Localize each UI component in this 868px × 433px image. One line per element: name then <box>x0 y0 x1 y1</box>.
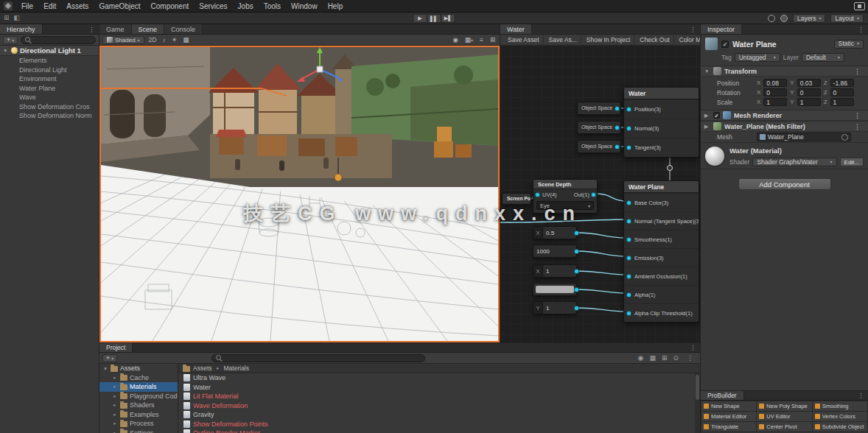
foldout-icon[interactable]: ▸ <box>112 402 118 408</box>
float-node[interactable]: Y 1 <box>533 301 577 314</box>
shading-mode-dropdown[interactable]: Shaded▾ <box>102 36 144 44</box>
object-space-node[interactable]: Object Space <box>577 140 621 153</box>
screen-position-node[interactable]: Screen Position <box>502 193 531 205</box>
project-file[interactable]: Outline Render Marker <box>178 429 700 433</box>
tag-dropdown[interactable]: Untagged▾ <box>735 53 780 62</box>
z-field[interactable]: 0 <box>830 88 854 96</box>
scrollbar[interactable] <box>695 373 700 433</box>
project-file[interactable]: Show Deformation Points <box>178 420 700 429</box>
play-button[interactable]: ▶ <box>413 14 427 23</box>
create-asset-button[interactable]: +▾ <box>102 354 117 362</box>
hidden-count-icon[interactable]: ⊙ <box>671 354 680 362</box>
lighting-toggle-icon[interactable]: ☀ <box>170 36 179 43</box>
project-file[interactable]: Water <box>178 383 700 392</box>
hidden-objects-icon[interactable]: ◉ <box>451 36 459 43</box>
hierarchy-item[interactable]: Elements <box>0 56 99 66</box>
graph-toolbar-item[interactable]: Save As... <box>545 35 581 46</box>
probuilder-button[interactable]: Subdivide Object <box>813 422 867 432</box>
probuilder-button[interactable]: New Poly Shape <box>757 401 811 411</box>
float-node[interactable]: X 1 <box>533 264 577 278</box>
project-folder[interactable]: ▸ Cache <box>99 373 178 383</box>
project-file[interactable]: Lit Flat Material <box>178 392 700 401</box>
z-field[interactable]: 1 <box>830 98 854 106</box>
foldout-icon[interactable]: ▼ <box>102 366 108 371</box>
probuilder-button[interactable]: New Shape <box>701 401 756 411</box>
menu-item[interactable]: Services <box>194 0 232 13</box>
component-checkbox[interactable]: ✓ <box>713 112 720 119</box>
scrollbar-thumb[interactable] <box>696 375 699 400</box>
add-component-button[interactable]: Add Component <box>738 178 831 190</box>
project-root-folder[interactable]: ▼ Assets <box>99 364 178 373</box>
node-input-port[interactable]: Alpha Clip Threshold(1) <box>624 303 699 322</box>
static-dropdown[interactable]: Static▾ <box>834 40 864 49</box>
tab-probuilder[interactable]: ProBuilder <box>701 391 744 400</box>
project-folder[interactable]: ▸ Settings <box>99 429 178 433</box>
hierarchy-search-input[interactable] <box>34 36 91 43</box>
foldout-icon[interactable]: ▸ <box>112 420 118 426</box>
project-file[interactable]: Ultra Wave <box>178 373 700 383</box>
layers-dropdown[interactable]: Layers▾ <box>793 14 826 23</box>
favorites-icon[interactable]: ◉ <box>637 354 645 362</box>
x-field[interactable]: 1 <box>763 98 787 106</box>
color-node[interactable] <box>533 283 577 296</box>
menu-item[interactable]: Component <box>146 0 195 13</box>
node-input-port[interactable]: Smoothness(1) <box>624 230 699 248</box>
project-folder[interactable]: ▸ Shaders <box>99 401 178 410</box>
view-tab[interactable]: Game <box>99 24 132 34</box>
node-input-port[interactable]: Position(3) <box>624 99 699 119</box>
view-split-icon[interactable]: ◧ <box>14 14 21 21</box>
y-field[interactable]: 1 <box>797 98 821 106</box>
foldout-icon[interactable]: ▸ <box>112 430 118 433</box>
graph-canvas[interactable]: Object SpaceObject SpaceObject Space Wat… <box>500 46 701 342</box>
hierarchy-item[interactable]: Directional Light <box>0 66 99 75</box>
mesh-filter-header[interactable]: ▶ Water_Plane (Mesh Filter) ⋮ <box>701 121 868 132</box>
menu-item[interactable]: Edit <box>38 0 61 13</box>
foldout-icon[interactable]: ▼ <box>704 68 710 74</box>
component-menu-icon[interactable]: ⋮ <box>850 112 864 119</box>
hierarchy-item[interactable]: Water Plane <box>0 84 99 94</box>
graph-toolbar-item[interactable]: Save Asset <box>504 35 544 46</box>
tab-project[interactable]: Project <box>99 343 133 352</box>
material-name[interactable]: Water (Material) <box>729 147 864 155</box>
node-input-port[interactable]: Base Color(3) <box>624 193 699 211</box>
object-space-node[interactable]: Object Space <box>577 121 621 134</box>
mesh-renderer-header[interactable]: ▶ ✓ Mesh Renderer ⋮ <box>701 110 868 121</box>
foldout-icon[interactable]: ▼ <box>3 48 9 53</box>
step-button[interactable]: ▶▌ <box>441 14 455 23</box>
node-input-port[interactable]: Normal (Tangent Space)(3) <box>624 211 699 230</box>
layer-dropdown[interactable]: Default▾ <box>802 53 844 62</box>
float-node[interactable]: X 0.5 <box>533 226 577 239</box>
edit-shader-button[interactable]: Edit... <box>840 158 864 166</box>
menu-item[interactable]: Jobs <box>233 0 259 13</box>
more-options-icon[interactable]: ⋮ <box>683 354 697 362</box>
value-field[interactable]: 1 <box>543 302 576 314</box>
value-field[interactable]: 1 <box>543 265 576 277</box>
shader-dropdown[interactable]: Shader Graphs/Water▾ <box>752 158 836 166</box>
probuilder-button[interactable]: UV Editor <box>757 412 811 421</box>
component-menu-icon[interactable]: ⋮ <box>850 123 864 130</box>
probuilder-button[interactable]: Triangulate <box>701 422 756 432</box>
x-field[interactable]: 0.08 <box>763 79 787 87</box>
menu-item[interactable]: Window <box>286 0 323 13</box>
project-folder[interactable]: ▸ Playground Code <box>99 392 178 401</box>
scene-depth-node[interactable]: Scene Depth UV(4) Out(1) Eye ▾ <box>533 179 598 214</box>
mesh-object-field[interactable]: Water_Plane <box>757 133 851 141</box>
project-search-input[interactable] <box>225 354 421 362</box>
more-options-icon[interactable]: ⋮ <box>686 343 700 352</box>
more-options-icon[interactable]: ⋮ <box>85 24 99 34</box>
hierarchy-item[interactable]: Wave <box>0 93 99 102</box>
y-field[interactable]: 0 <box>797 88 821 96</box>
value-field[interactable]: 1000 <box>533 245 576 257</box>
breadcrumb-current[interactable]: Materials <box>224 365 249 372</box>
toggle-2d[interactable]: 2D <box>147 36 158 43</box>
node-input-port[interactable]: Ambient Occlusion(1) <box>624 267 699 285</box>
component-menu-icon[interactable]: ⋮ <box>850 68 864 75</box>
probuilder-button[interactable]: Center Pivot <box>757 422 811 432</box>
services-icon[interactable] <box>768 15 775 22</box>
active-checkbox[interactable]: ✓ <box>721 41 729 48</box>
probuilder-button[interactable]: Vertex Colors <box>813 412 867 421</box>
gameobject-name[interactable]: Water Plane <box>732 40 830 49</box>
foldout-icon[interactable]: ▸ <box>112 412 118 418</box>
graph-toolbar-item[interactable]: Show In Project <box>583 35 635 46</box>
y-field[interactable]: 0.03 <box>797 79 821 87</box>
